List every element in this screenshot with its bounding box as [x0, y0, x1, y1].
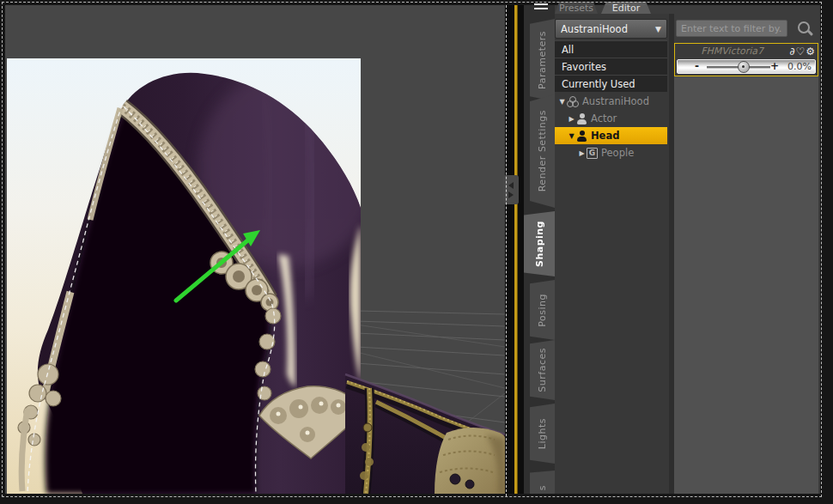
tab-presets[interactable]: Presets [555, 2, 598, 14]
parameter-list-empty-area [674, 76, 818, 494]
tab-surfaces[interactable]: Surfaces [530, 340, 555, 400]
parameter-card[interactable]: FHMVictoria7 ∂ ♡ ⚙ - + 0.0% [674, 43, 818, 76]
tree-item-head[interactable]: ▼ Head [555, 127, 667, 144]
tab-parameters[interactable]: Parameters [530, 19, 555, 101]
parameter-slider[interactable]: - + 0.0% [677, 59, 816, 74]
slider-decrement-button[interactable]: - [695, 60, 699, 73]
viewport-scene [5, 5, 505, 494]
filter-favorites[interactable]: Favorites [555, 58, 667, 75]
tree-item-austranihood[interactable]: ▼ AustraniHood [555, 93, 667, 110]
morph-tree: ▼ AustraniHood ▶ Actor ▼ Head [555, 93, 667, 161]
collapse-right-icon [508, 191, 514, 198]
tab-shaping[interactable]: Shaping [524, 211, 555, 276]
filter-bar [674, 14, 818, 43]
figure-dropdown-value: AustraniHood [561, 23, 655, 35]
slider-thumb[interactable] [738, 61, 750, 73]
tab-lights[interactable]: Lights [530, 404, 555, 464]
expander-icon[interactable]: ▶ [577, 149, 587, 157]
panel-menu-icon[interactable] [534, 3, 548, 12]
expander-icon[interactable]: ▼ [557, 98, 567, 106]
parameter-title-row: FHMVictoria7 ∂ ♡ ⚙ [675, 44, 818, 58]
filter-list: All Favorites Currently Used [555, 40, 667, 92]
figure-dropdown[interactable]: AustraniHood ▼ [555, 19, 667, 39]
tab-render-settings[interactable]: Render Settings [530, 94, 555, 208]
actor-icon [576, 113, 587, 124]
search-input[interactable] [676, 20, 787, 37]
link-icon[interactable]: ∂ [789, 46, 794, 57]
tab-partial[interactable]: s [530, 471, 555, 494]
shaping-pane: Parameters Render Settings Shaping Posin… [524, 5, 820, 494]
splitter-accent-line [514, 5, 518, 494]
top-tabs: Presets Editor [555, 2, 820, 14]
tree-item-people[interactable]: ▶ G People [555, 144, 667, 161]
figure-group-icon [567, 96, 579, 107]
app-window: Parameters Render Settings Shaping Posin… [0, 0, 833, 504]
selection-edge-line [506, 5, 507, 496]
tab-posing[interactable]: Posing [530, 280, 555, 340]
slider-increment-button[interactable]: + [770, 60, 779, 73]
expander-icon[interactable]: ▼ [567, 132, 576, 140]
favorite-icon[interactable]: ♡ [795, 46, 805, 57]
pane-tabstrip: Parameters Render Settings Shaping Posin… [524, 5, 555, 494]
parameters-column: FHMVictoria7 ∂ ♡ ⚙ - + 0.0% [674, 14, 818, 494]
genesis-icon: G [587, 148, 598, 159]
expander-icon[interactable]: ▶ [567, 115, 576, 123]
viewport-3d[interactable] [5, 5, 505, 494]
collapse-left-icon [508, 182, 514, 189]
filter-all[interactable]: All [555, 40, 667, 58]
parameter-name: FHMVictoria7 [675, 46, 789, 57]
tree-column: AustraniHood ▼ All Favorites Currently U… [555, 14, 669, 494]
parameter-icons: ∂ ♡ ⚙ [789, 46, 818, 57]
tree-item-actor[interactable]: ▶ Actor [555, 110, 667, 127]
actor-icon [576, 131, 587, 142]
tab-editor[interactable]: Editor [601, 2, 651, 14]
pane-splitter[interactable] [505, 5, 524, 494]
slider-value: 0.0% [787, 60, 812, 73]
chevron-down-icon: ▼ [655, 25, 661, 33]
pane-content: Presets Editor AustraniHood ▼ All Favori… [555, 5, 820, 494]
filter-currently-used[interactable]: Currently Used [555, 75, 667, 92]
gear-icon[interactable]: ⚙ [806, 46, 815, 57]
search-icon[interactable] [796, 20, 813, 37]
